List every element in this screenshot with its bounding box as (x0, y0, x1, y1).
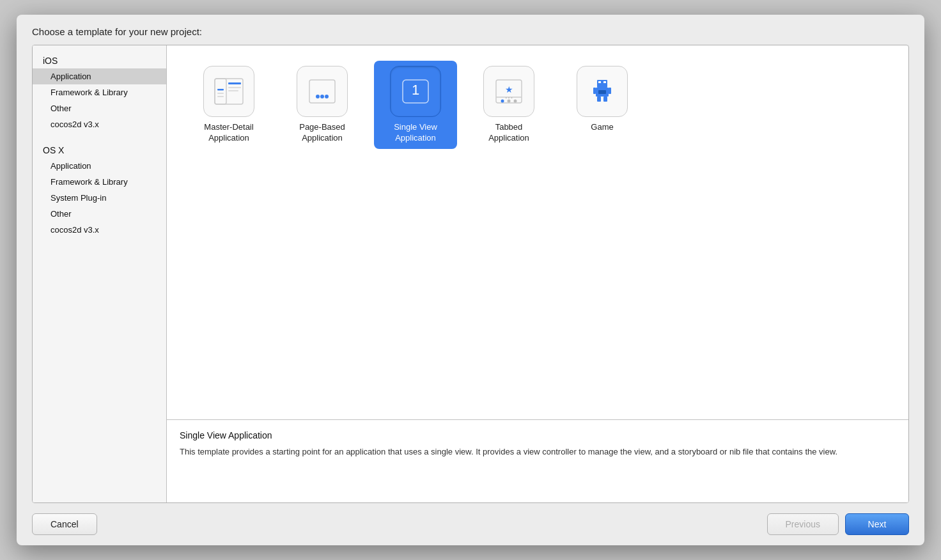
svg-point-18 (514, 100, 517, 103)
svg-point-16 (501, 100, 504, 103)
template-single-view[interactable]: 1 Single ViewApplication (374, 61, 457, 149)
svg-rect-22 (598, 81, 601, 83)
template-icon-tabbed: ★ • • • (483, 66, 534, 117)
svg-rect-1 (215, 79, 226, 104)
svg-point-17 (508, 100, 511, 103)
svg-text:1: 1 (412, 82, 419, 98)
svg-rect-21 (597, 80, 607, 88)
svg-rect-4 (217, 96, 224, 97)
template-label-master-detail: Master-DetailApplication (204, 122, 253, 144)
template-page-based[interactable]: Page-BasedApplication (281, 61, 364, 149)
svg-point-9 (316, 95, 320, 98)
sidebar-item-ios-framework[interactable]: Framework & Library (33, 84, 166, 100)
sidebar-item-osx-cocos2d[interactable]: cocos2d v3.x (33, 222, 166, 238)
svg-rect-28 (603, 97, 607, 102)
next-button[interactable]: Next (845, 513, 909, 535)
dialog-body: iOS Application Framework & Library Othe… (17, 45, 924, 503)
svg-rect-5 (228, 82, 241, 84)
template-game[interactable]: Game (561, 61, 644, 149)
sidebar-item-ios-other[interactable]: Other (33, 100, 166, 116)
svg-rect-29 (598, 90, 606, 94)
sidebar-item-ios-application[interactable]: Application (33, 68, 166, 84)
content-area: iOS Application Framework & Library Othe… (32, 45, 909, 503)
main-content: Master-DetailApplication Page- (167, 45, 908, 502)
template-label-page-based: Page-BasedApplication (299, 122, 345, 144)
project-template-dialog: Choose a template for your new project: … (17, 15, 924, 545)
svg-rect-23 (603, 81, 606, 83)
template-label-single-view: Single ViewApplication (394, 122, 437, 144)
svg-rect-27 (597, 97, 601, 102)
template-icon-game (577, 66, 628, 117)
sidebar-item-ios-cocos2d[interactable]: cocos2d v3.x (33, 116, 166, 132)
template-master-detail[interactable]: Master-DetailApplication (187, 61, 270, 149)
svg-rect-2 (217, 89, 224, 91)
description-area: Single View Application This template pr… (167, 419, 908, 502)
svg-rect-8 (309, 80, 335, 103)
previous-button[interactable]: Previous (767, 513, 839, 535)
nav-buttons: Previous Next (767, 513, 909, 535)
template-icon-master-detail (203, 66, 254, 117)
template-label-tabbed: TabbedApplication (488, 122, 529, 144)
templates-area: Master-DetailApplication Page- (167, 45, 908, 419)
template-icon-page-based (297, 66, 348, 117)
sidebar-item-osx-application[interactable]: Application (33, 158, 166, 174)
sidebar-item-osx-framework[interactable]: Framework & Library (33, 174, 166, 190)
template-icon-single-view: 1 (390, 66, 441, 117)
dialog-footer: Cancel Previous Next (17, 503, 924, 545)
description-text: This template provides a starting point … (180, 446, 896, 458)
description-title: Single View Application (180, 430, 896, 440)
svg-text:★: ★ (505, 84, 513, 95)
svg-text:• • •: • • • (505, 95, 513, 100)
svg-rect-25 (593, 88, 596, 94)
svg-point-11 (325, 95, 329, 98)
template-tabbed[interactable]: ★ • • • TabbedApplication (467, 61, 550, 149)
svg-rect-7 (228, 90, 238, 91)
template-label-game: Game (591, 122, 613, 133)
sidebar: iOS Application Framework & Library Othe… (33, 45, 167, 502)
sidebar-group-osx: OS X (33, 140, 166, 158)
svg-rect-6 (228, 87, 241, 88)
sidebar-group-ios: iOS (33, 51, 166, 68)
svg-rect-26 (609, 88, 611, 94)
svg-point-10 (320, 95, 324, 98)
dialog-title: Choose a template for your new project: (17, 15, 924, 45)
svg-rect-3 (217, 93, 224, 94)
sidebar-item-osx-other[interactable]: Other (33, 206, 166, 222)
cancel-button[interactable]: Cancel (32, 513, 97, 535)
sidebar-item-osx-systemplugin[interactable]: System Plug-in (33, 190, 166, 206)
